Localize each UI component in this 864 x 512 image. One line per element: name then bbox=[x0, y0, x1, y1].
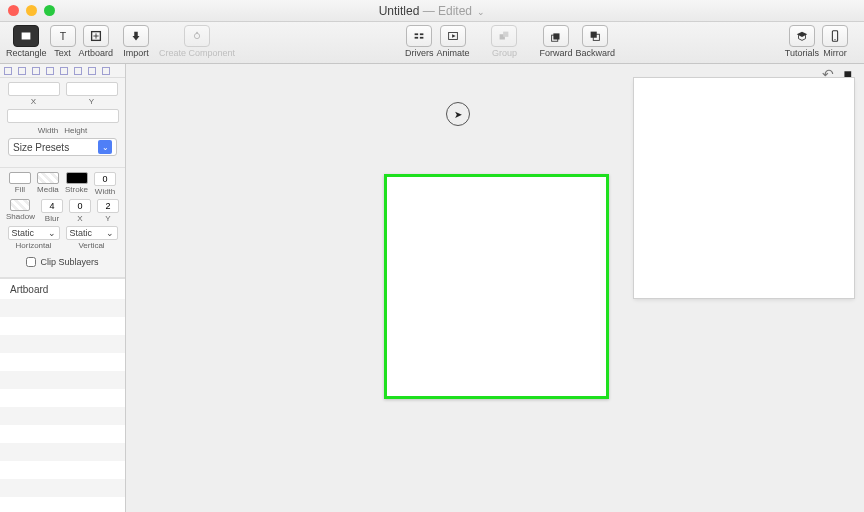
artboard-shape[interactable] bbox=[634, 78, 854, 298]
svg-rect-9 bbox=[415, 37, 419, 39]
x-input[interactable] bbox=[8, 82, 60, 96]
doc-name: Untitled bbox=[379, 4, 420, 18]
align-middle-icon[interactable] bbox=[60, 67, 68, 75]
titlebar: Untitled — Edited ⌄ bbox=[0, 0, 864, 22]
tutorials-button[interactable]: Tutorials bbox=[785, 25, 819, 58]
svg-point-6 bbox=[196, 32, 198, 34]
align-controls[interactable] bbox=[0, 64, 125, 78]
selected-rectangle[interactable] bbox=[384, 174, 609, 399]
horizontal-constraint-select[interactable]: Static⌄ bbox=[8, 226, 60, 240]
layers-panel: Artboard bbox=[0, 278, 125, 512]
svg-rect-15 bbox=[553, 33, 559, 39]
list-item bbox=[0, 335, 125, 353]
mirror-button[interactable]: Mirror bbox=[822, 25, 848, 58]
blur-input[interactable] bbox=[41, 199, 63, 213]
toolbar: Rectangle T Text Artboard Import Create … bbox=[0, 22, 864, 64]
title-chevron-icon[interactable]: ⌄ bbox=[477, 7, 485, 17]
layer-artboard[interactable]: Artboard bbox=[0, 279, 125, 299]
shadow-x-input[interactable] bbox=[69, 199, 91, 213]
list-item bbox=[0, 479, 125, 497]
shadow-y-input[interactable] bbox=[97, 199, 119, 213]
select-arrow-icon: ⌄ bbox=[98, 140, 112, 154]
size-presets-select[interactable]: Size Presets ⌄ bbox=[8, 138, 117, 156]
list-item bbox=[0, 299, 125, 317]
y-input[interactable] bbox=[66, 82, 118, 96]
align-top-icon[interactable] bbox=[46, 67, 54, 75]
list-item bbox=[0, 353, 125, 371]
svg-marker-12 bbox=[452, 34, 456, 38]
group-button: Group bbox=[491, 25, 517, 58]
list-item bbox=[0, 443, 125, 461]
fill-swatch[interactable] bbox=[9, 172, 31, 184]
svg-text:T: T bbox=[59, 30, 66, 42]
svg-point-20 bbox=[834, 39, 835, 40]
distribute-v-icon[interactable] bbox=[102, 67, 110, 75]
svg-rect-8 bbox=[420, 33, 424, 35]
align-bottom-icon[interactable] bbox=[74, 67, 82, 75]
align-left-icon[interactable] bbox=[4, 67, 12, 75]
list-item bbox=[0, 407, 125, 425]
list-item bbox=[0, 371, 125, 389]
artboard-tool[interactable]: Artboard bbox=[79, 25, 114, 58]
svg-rect-14 bbox=[504, 32, 509, 37]
svg-point-5 bbox=[194, 33, 199, 38]
stroke-width-input[interactable] bbox=[94, 172, 116, 186]
backward-button[interactable]: Backward bbox=[575, 25, 615, 58]
vertical-constraint-select[interactable]: Static⌄ bbox=[66, 226, 118, 240]
svg-rect-0 bbox=[22, 33, 31, 40]
width-height-slider[interactable] bbox=[7, 109, 119, 123]
rectangle-tool[interactable]: Rectangle bbox=[6, 25, 47, 58]
drivers-button[interactable]: Drivers bbox=[405, 25, 434, 58]
shadow-swatch[interactable] bbox=[10, 199, 30, 211]
media-swatch[interactable] bbox=[37, 172, 59, 184]
list-item bbox=[0, 425, 125, 443]
align-center-icon[interactable] bbox=[18, 67, 26, 75]
text-tool[interactable]: T Text bbox=[50, 25, 76, 58]
clip-label: Clip Sublayers bbox=[40, 257, 98, 267]
chevron-down-icon: ⌄ bbox=[106, 228, 114, 238]
distribute-h-icon[interactable] bbox=[88, 67, 96, 75]
svg-rect-7 bbox=[415, 33, 419, 35]
window-title: Untitled — Edited ⌄ bbox=[0, 4, 864, 18]
animate-button[interactable]: Animate bbox=[436, 25, 469, 58]
list-item bbox=[0, 389, 125, 407]
import-button[interactable]: Import bbox=[123, 25, 149, 58]
list-item bbox=[0, 461, 125, 479]
chevron-down-icon: ⌄ bbox=[48, 228, 56, 238]
svg-rect-10 bbox=[420, 37, 424, 39]
create-component-button: Create Component bbox=[159, 25, 235, 58]
forward-button[interactable]: Forward bbox=[539, 25, 572, 58]
edited-label: — Edited bbox=[423, 4, 472, 18]
align-right-icon[interactable] bbox=[32, 67, 40, 75]
clip-sublayers-checkbox[interactable] bbox=[26, 257, 36, 267]
list-item bbox=[0, 317, 125, 335]
stroke-swatch[interactable] bbox=[66, 172, 88, 184]
inspector: X Y Width Height Size Presets ⌄ Fill Med… bbox=[0, 64, 126, 512]
canvas[interactable]: ↶ ■ ➤ bbox=[126, 64, 864, 512]
cursor-indicator: ➤ bbox=[446, 102, 470, 126]
